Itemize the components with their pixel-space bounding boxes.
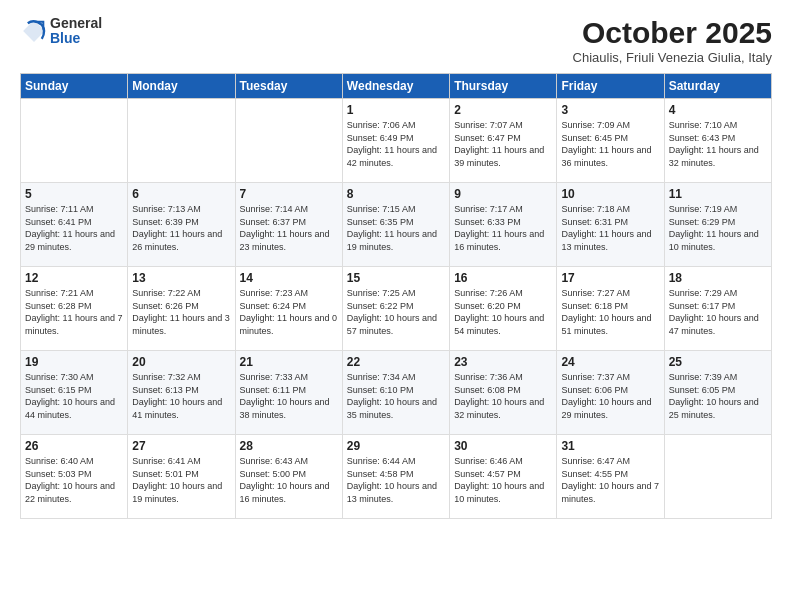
calendar-cell	[664, 435, 771, 519]
day-info: Sunrise: 7:26 AM Sunset: 6:20 PM Dayligh…	[454, 287, 552, 337]
page: General Blue October 2025 Chiaulis, Friu…	[0, 0, 792, 612]
day-info: Sunrise: 7:21 AM Sunset: 6:28 PM Dayligh…	[25, 287, 123, 337]
location-subtitle: Chiaulis, Friuli Venezia Giulia, Italy	[573, 50, 772, 65]
calendar-cell: 7Sunrise: 7:14 AM Sunset: 6:37 PM Daylig…	[235, 183, 342, 267]
calendar-cell: 23Sunrise: 7:36 AM Sunset: 6:08 PM Dayli…	[450, 351, 557, 435]
calendar-cell: 13Sunrise: 7:22 AM Sunset: 6:26 PM Dayli…	[128, 267, 235, 351]
day-number: 28	[240, 439, 338, 453]
calendar-cell: 19Sunrise: 7:30 AM Sunset: 6:15 PM Dayli…	[21, 351, 128, 435]
day-number: 23	[454, 355, 552, 369]
calendar-cell	[21, 99, 128, 183]
calendar-cell: 12Sunrise: 7:21 AM Sunset: 6:28 PM Dayli…	[21, 267, 128, 351]
day-number: 25	[669, 355, 767, 369]
day-number: 31	[561, 439, 659, 453]
day-info: Sunrise: 7:14 AM Sunset: 6:37 PM Dayligh…	[240, 203, 338, 253]
day-number: 17	[561, 271, 659, 285]
day-number: 7	[240, 187, 338, 201]
calendar-cell: 3Sunrise: 7:09 AM Sunset: 6:45 PM Daylig…	[557, 99, 664, 183]
day-info: Sunrise: 7:10 AM Sunset: 6:43 PM Dayligh…	[669, 119, 767, 169]
calendar-week-5: 26Sunrise: 6:40 AM Sunset: 5:03 PM Dayli…	[21, 435, 772, 519]
calendar-cell: 21Sunrise: 7:33 AM Sunset: 6:11 PM Dayli…	[235, 351, 342, 435]
calendar-cell	[128, 99, 235, 183]
calendar-cell: 18Sunrise: 7:29 AM Sunset: 6:17 PM Dayli…	[664, 267, 771, 351]
day-info: Sunrise: 6:40 AM Sunset: 5:03 PM Dayligh…	[25, 455, 123, 505]
day-number: 4	[669, 103, 767, 117]
day-info: Sunrise: 7:25 AM Sunset: 6:22 PM Dayligh…	[347, 287, 445, 337]
day-info: Sunrise: 7:07 AM Sunset: 6:47 PM Dayligh…	[454, 119, 552, 169]
day-info: Sunrise: 7:19 AM Sunset: 6:29 PM Dayligh…	[669, 203, 767, 253]
day-number: 21	[240, 355, 338, 369]
day-info: Sunrise: 7:36 AM Sunset: 6:08 PM Dayligh…	[454, 371, 552, 421]
calendar-week-2: 5Sunrise: 7:11 AM Sunset: 6:41 PM Daylig…	[21, 183, 772, 267]
day-number: 24	[561, 355, 659, 369]
logo-general: General	[50, 16, 102, 31]
calendar-cell: 20Sunrise: 7:32 AM Sunset: 6:13 PM Dayli…	[128, 351, 235, 435]
calendar-cell: 11Sunrise: 7:19 AM Sunset: 6:29 PM Dayli…	[664, 183, 771, 267]
day-info: Sunrise: 6:46 AM Sunset: 4:57 PM Dayligh…	[454, 455, 552, 505]
calendar-cell: 1Sunrise: 7:06 AM Sunset: 6:49 PM Daylig…	[342, 99, 449, 183]
col-sunday: Sunday	[21, 74, 128, 99]
day-info: Sunrise: 7:34 AM Sunset: 6:10 PM Dayligh…	[347, 371, 445, 421]
month-title: October 2025	[573, 16, 772, 50]
day-number: 27	[132, 439, 230, 453]
calendar-cell: 9Sunrise: 7:17 AM Sunset: 6:33 PM Daylig…	[450, 183, 557, 267]
day-number: 30	[454, 439, 552, 453]
calendar-cell: 30Sunrise: 6:46 AM Sunset: 4:57 PM Dayli…	[450, 435, 557, 519]
day-info: Sunrise: 7:11 AM Sunset: 6:41 PM Dayligh…	[25, 203, 123, 253]
day-number: 18	[669, 271, 767, 285]
day-info: Sunrise: 7:15 AM Sunset: 6:35 PM Dayligh…	[347, 203, 445, 253]
day-info: Sunrise: 7:23 AM Sunset: 6:24 PM Dayligh…	[240, 287, 338, 337]
day-number: 5	[25, 187, 123, 201]
day-info: Sunrise: 7:13 AM Sunset: 6:39 PM Dayligh…	[132, 203, 230, 253]
day-info: Sunrise: 7:09 AM Sunset: 6:45 PM Dayligh…	[561, 119, 659, 169]
day-number: 26	[25, 439, 123, 453]
day-number: 20	[132, 355, 230, 369]
calendar-cell: 14Sunrise: 7:23 AM Sunset: 6:24 PM Dayli…	[235, 267, 342, 351]
day-info: Sunrise: 7:17 AM Sunset: 6:33 PM Dayligh…	[454, 203, 552, 253]
calendar-cell: 4Sunrise: 7:10 AM Sunset: 6:43 PM Daylig…	[664, 99, 771, 183]
title-block: October 2025 Chiaulis, Friuli Venezia Gi…	[573, 16, 772, 65]
day-info: Sunrise: 7:22 AM Sunset: 6:26 PM Dayligh…	[132, 287, 230, 337]
calendar-cell: 16Sunrise: 7:26 AM Sunset: 6:20 PM Dayli…	[450, 267, 557, 351]
calendar-cell: 24Sunrise: 7:37 AM Sunset: 6:06 PM Dayli…	[557, 351, 664, 435]
day-info: Sunrise: 7:30 AM Sunset: 6:15 PM Dayligh…	[25, 371, 123, 421]
day-info: Sunrise: 6:44 AM Sunset: 4:58 PM Dayligh…	[347, 455, 445, 505]
day-number: 10	[561, 187, 659, 201]
calendar-cell: 2Sunrise: 7:07 AM Sunset: 6:47 PM Daylig…	[450, 99, 557, 183]
day-info: Sunrise: 7:33 AM Sunset: 6:11 PM Dayligh…	[240, 371, 338, 421]
calendar-cell: 22Sunrise: 7:34 AM Sunset: 6:10 PM Dayli…	[342, 351, 449, 435]
day-number: 29	[347, 439, 445, 453]
day-number: 9	[454, 187, 552, 201]
day-number: 2	[454, 103, 552, 117]
calendar-header-row: Sunday Monday Tuesday Wednesday Thursday…	[21, 74, 772, 99]
calendar-cell: 8Sunrise: 7:15 AM Sunset: 6:35 PM Daylig…	[342, 183, 449, 267]
calendar-week-4: 19Sunrise: 7:30 AM Sunset: 6:15 PM Dayli…	[21, 351, 772, 435]
calendar-cell: 31Sunrise: 6:47 AM Sunset: 4:55 PM Dayli…	[557, 435, 664, 519]
calendar-week-3: 12Sunrise: 7:21 AM Sunset: 6:28 PM Dayli…	[21, 267, 772, 351]
day-number: 13	[132, 271, 230, 285]
day-info: Sunrise: 7:27 AM Sunset: 6:18 PM Dayligh…	[561, 287, 659, 337]
day-info: Sunrise: 6:47 AM Sunset: 4:55 PM Dayligh…	[561, 455, 659, 505]
day-number: 1	[347, 103, 445, 117]
calendar-cell: 15Sunrise: 7:25 AM Sunset: 6:22 PM Dayli…	[342, 267, 449, 351]
col-wednesday: Wednesday	[342, 74, 449, 99]
day-number: 19	[25, 355, 123, 369]
day-number: 3	[561, 103, 659, 117]
calendar-cell: 27Sunrise: 6:41 AM Sunset: 5:01 PM Dayli…	[128, 435, 235, 519]
day-info: Sunrise: 6:41 AM Sunset: 5:01 PM Dayligh…	[132, 455, 230, 505]
calendar-cell: 28Sunrise: 6:43 AM Sunset: 5:00 PM Dayli…	[235, 435, 342, 519]
day-number: 6	[132, 187, 230, 201]
calendar-table: Sunday Monday Tuesday Wednesday Thursday…	[20, 73, 772, 519]
calendar-cell: 29Sunrise: 6:44 AM Sunset: 4:58 PM Dayli…	[342, 435, 449, 519]
logo-blue: Blue	[50, 31, 102, 46]
calendar-cell: 6Sunrise: 7:13 AM Sunset: 6:39 PM Daylig…	[128, 183, 235, 267]
calendar-cell: 5Sunrise: 7:11 AM Sunset: 6:41 PM Daylig…	[21, 183, 128, 267]
day-info: Sunrise: 7:29 AM Sunset: 6:17 PM Dayligh…	[669, 287, 767, 337]
day-info: Sunrise: 7:39 AM Sunset: 6:05 PM Dayligh…	[669, 371, 767, 421]
day-number: 22	[347, 355, 445, 369]
calendar-cell	[235, 99, 342, 183]
day-info: Sunrise: 7:18 AM Sunset: 6:31 PM Dayligh…	[561, 203, 659, 253]
col-friday: Friday	[557, 74, 664, 99]
day-info: Sunrise: 6:43 AM Sunset: 5:00 PM Dayligh…	[240, 455, 338, 505]
col-saturday: Saturday	[664, 74, 771, 99]
